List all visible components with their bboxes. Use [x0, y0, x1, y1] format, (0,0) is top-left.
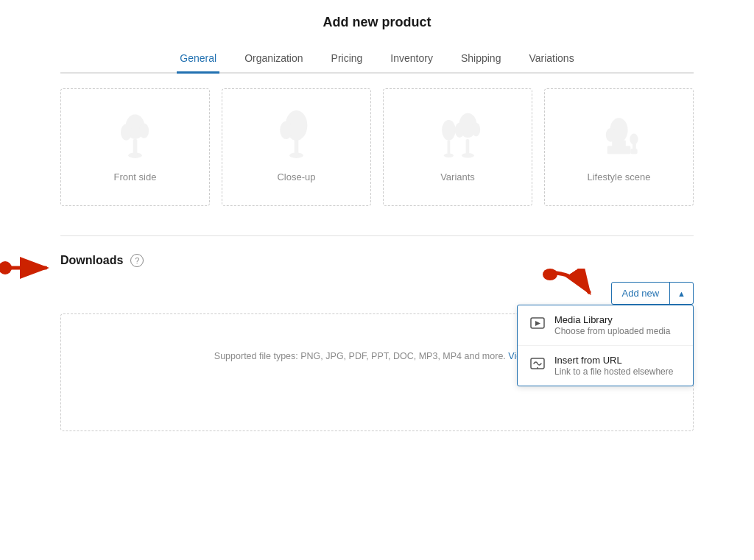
svg-point-4 [139, 123, 149, 138]
svg-point-23 [630, 133, 638, 144]
media-library-subtitle: Choose from uploaded media [554, 326, 670, 336]
close-up-icon [271, 104, 323, 163]
svg-point-11 [442, 119, 456, 140]
svg-rect-10 [448, 140, 451, 155]
lifestyle-label: Lifestyle scene [588, 171, 651, 182]
arrow-to-add-new-icon [539, 269, 598, 302]
tabs-nav: General Organization Pricing Inventory S… [60, 45, 694, 74]
svg-rect-21 [630, 148, 637, 153]
section-divider [60, 235, 694, 236]
svg-rect-22 [633, 143, 636, 149]
image-grid-section: Front side Close-up [60, 74, 694, 228]
add-new-button[interactable]: Add new ▲ [611, 282, 694, 305]
svg-point-8 [280, 121, 292, 138]
front-side-label: Front side [114, 171, 157, 182]
tab-variations[interactable]: Variations [526, 45, 577, 74]
add-new-wrapper: Add new ▲ Media Librar [611, 282, 694, 305]
arrow-to-downloads-icon [0, 257, 53, 279]
add-new-dropdown: Media Library Choose from uploaded media [517, 305, 694, 386]
add-new-label: Add new [612, 283, 671, 304]
downloads-section: Downloads ? Add new ▲ [60, 254, 694, 439]
media-library-text: Media Library Choose from uploaded media [554, 314, 670, 336]
image-card-close-up[interactable]: Close-up [222, 88, 371, 206]
svg-rect-1 [133, 138, 138, 155]
svg-point-25 [0, 261, 12, 274]
insert-url-text: Insert from URL Link to a file hosted el… [554, 355, 673, 377]
svg-point-31 [537, 367, 538, 369]
add-new-area: Add new ▲ Media Librar [60, 282, 694, 305]
front-side-icon [110, 104, 161, 163]
media-library-title: Media Library [554, 314, 670, 325]
downloads-title: Downloads [60, 254, 123, 267]
chevron-up-icon: ▲ [670, 284, 693, 303]
variants-icon [432, 104, 484, 163]
supported-text-label: Supported file types: PNG, JPG, PDF, PPT… [214, 351, 506, 361]
media-library-icon [529, 315, 546, 331]
downloads-header-wrapper: Downloads ? [60, 254, 144, 282]
tab-shipping[interactable]: Shipping [458, 45, 504, 74]
tab-inventory[interactable]: Inventory [387, 45, 436, 74]
svg-point-27 [543, 269, 557, 280]
image-card-front-side[interactable]: Front side [60, 88, 210, 206]
tab-pricing[interactable]: Pricing [328, 45, 366, 74]
svg-point-15 [455, 122, 465, 137]
insert-url-icon [529, 355, 546, 372]
dropdown-item-media-library[interactable]: Media Library Choose from uploaded media [518, 305, 693, 346]
svg-rect-13 [466, 138, 470, 155]
image-card-lifestyle[interactable]: Lifestyle scene [544, 88, 694, 206]
svg-point-3 [121, 124, 132, 140]
tab-general[interactable]: General [177, 45, 219, 74]
lifestyle-icon [593, 104, 645, 163]
insert-url-subtitle: Link to a file hosted elsewhere [554, 366, 673, 377]
image-grid: Front side Close-up [60, 88, 694, 206]
insert-url-title: Insert from URL [554, 355, 673, 366]
help-icon[interactable]: ? [130, 254, 144, 267]
page-title: Add new product [60, 15, 694, 30]
variants-label: Variants [440, 171, 475, 182]
svg-point-16 [472, 122, 480, 136]
close-up-label: Close-up [277, 171, 315, 182]
image-card-variants[interactable]: Variants [383, 88, 532, 206]
tab-organization[interactable]: Organization [242, 45, 306, 74]
dropdown-item-insert-url[interactable]: Insert from URL Link to a file hosted el… [518, 346, 693, 386]
page-container: Add new product General Organization Pri… [46, 0, 708, 453]
downloads-header: Downloads ? [60, 254, 144, 267]
svg-point-20 [606, 128, 616, 142]
svg-marker-29 [535, 321, 540, 326]
